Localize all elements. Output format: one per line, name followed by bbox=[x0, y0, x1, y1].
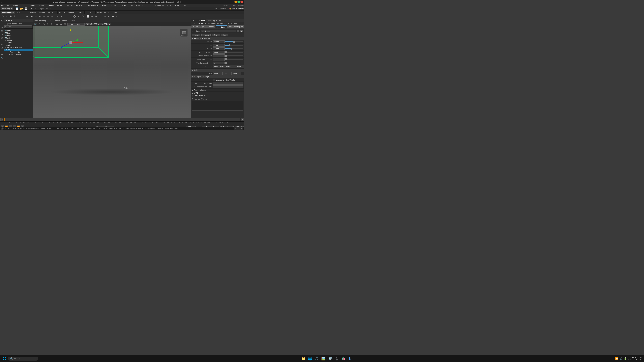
node-tab-pcube1[interactable]: pCube1 bbox=[191, 25, 200, 28]
create-uvs-dropdown[interactable]: Normalize Collectively and Preserve Aspe… bbox=[213, 65, 244, 68]
height-baseline-slider-thumb[interactable] bbox=[225, 51, 226, 53]
sculpt-icon[interactable]: ◐ bbox=[77, 14, 80, 18]
select-mode-icon[interactable]: ↖ bbox=[0, 19, 3, 22]
node-tab-pcubeshape1[interactable]: pCubeShape1 bbox=[201, 25, 215, 28]
undo-icon[interactable]: ↩ bbox=[30, 7, 34, 10]
axis-y-input[interactable] bbox=[222, 72, 232, 75]
menu-meshdisplay[interactable]: Mesh Display bbox=[88, 4, 100, 6]
tab-fx-caching[interactable]: FX Caching bbox=[63, 11, 75, 14]
viewport-gizmo[interactable]: persp bbox=[179, 28, 188, 37]
wedge-icon[interactable]: ◇ bbox=[115, 14, 119, 18]
move-icon[interactable]: ✛ bbox=[13, 14, 16, 18]
offset-icon[interactable]: ⊜ bbox=[103, 14, 107, 18]
vp-menu-shading[interactable]: Shading bbox=[39, 19, 46, 22]
vp-menu-lighting[interactable]: Lighting bbox=[47, 19, 54, 22]
viewport-canvas[interactable]: persp 7.508204 X Y bbox=[33, 26, 190, 125]
crease-icon[interactable]: ⊗ bbox=[107, 14, 111, 18]
extra-attrs-header[interactable]: ▶ Extra Attributes bbox=[192, 95, 243, 97]
width-slider-thumb[interactable] bbox=[234, 41, 235, 43]
menu-arnold[interactable]: Arnold bbox=[174, 4, 180, 6]
subdiv-height-slider[interactable] bbox=[225, 59, 243, 60]
split-icon[interactable]: ⊕ bbox=[46, 14, 50, 18]
soft-mod-icon[interactable]: ◌ bbox=[0, 50, 3, 53]
bevel-icon[interactable]: ◈ bbox=[38, 14, 42, 18]
tab-custom[interactable]: Custom bbox=[75, 11, 84, 14]
subdiv-width-slider[interactable] bbox=[225, 55, 243, 56]
attr-tab-attribute-editor[interactable]: Attribute Editor bbox=[191, 19, 206, 22]
attr-subtab-help[interactable]: Help bbox=[234, 22, 238, 24]
extrude-icon[interactable]: ▤ bbox=[34, 14, 38, 18]
outliner-item-pcube1[interactable]: ■ pCube1 bbox=[4, 49, 33, 51]
vp-color-mode[interactable]: ACES 1.0 SDR-video (sRGB) bbox=[85, 23, 111, 25]
smooth-icon[interactable]: ◯ bbox=[72, 14, 76, 18]
tab-xgen[interactable]: XGen bbox=[112, 11, 120, 14]
subdiv-height-slider-thumb[interactable] bbox=[226, 58, 227, 60]
outliner-item-defaultobjectset[interactable]: ● defaultObjectSet bbox=[4, 53, 33, 56]
menu-editmesh[interactable]: Edit Mesh bbox=[64, 4, 74, 6]
poly-cube-input[interactable] bbox=[201, 30, 236, 32]
connect-icon[interactable]: ⊗ bbox=[50, 14, 54, 18]
node-behavior-header[interactable]: ▶ Node Behavior bbox=[192, 89, 243, 91]
subdiv-depth-input[interactable] bbox=[213, 61, 224, 64]
transform-icon[interactable]: ⊞ bbox=[25, 14, 28, 18]
insert-loop-icon[interactable]: ⊟ bbox=[94, 14, 98, 18]
joint-icon[interactable]: ◎ bbox=[0, 36, 3, 39]
attr-subtab-list[interactable]: List bbox=[192, 22, 195, 24]
axis-z-input[interactable] bbox=[232, 72, 241, 75]
notes-textarea[interactable] bbox=[192, 100, 243, 111]
menu-meshtools[interactable]: Mesh Tools bbox=[76, 4, 86, 6]
outliner-menu-help[interactable]: Help bbox=[18, 23, 22, 25]
menu-curves[interactable]: Curves bbox=[102, 4, 109, 6]
subdiv-width-input[interactable] bbox=[213, 54, 224, 57]
depth-slider-thumb[interactable] bbox=[231, 48, 232, 50]
cluster-icon[interactable]: ◉ bbox=[0, 43, 3, 46]
mode-selector[interactable]: Modeling bbox=[1, 7, 13, 10]
poke-icon[interactable]: ◆ bbox=[111, 14, 115, 18]
component-tag-suffix-input[interactable] bbox=[213, 85, 243, 88]
menu-convert[interactable]: Convert bbox=[136, 4, 143, 6]
subdiv-width-slider-thumb[interactable] bbox=[226, 55, 227, 57]
menu-flowgraph[interactable]: Flow Graph bbox=[154, 4, 164, 6]
vp-toggle-2[interactable]: ⊚ bbox=[59, 22, 63, 26]
outliner-menu-display[interactable]: Display bbox=[5, 23, 11, 25]
vp-lights-icon[interactable]: ☀ bbox=[50, 22, 54, 26]
lasso-icon[interactable]: ⊙ bbox=[5, 14, 8, 18]
menu-surfaces[interactable]: Surfaces bbox=[111, 4, 119, 6]
vp-toggle-1[interactable]: ⊙ bbox=[55, 22, 59, 26]
maximize-button[interactable] bbox=[238, 1, 240, 3]
redo-icon[interactable]: ↪ bbox=[34, 7, 38, 10]
height-slider-thumb[interactable] bbox=[229, 44, 230, 46]
vp-wireframe-icon[interactable]: ⊟ bbox=[38, 22, 42, 26]
mirror-icon[interactable]: ⊣ bbox=[68, 14, 71, 18]
tab-motion-graphics[interactable]: Motion Graphics bbox=[96, 11, 112, 14]
remesh-icon[interactable]: ⬡ bbox=[81, 14, 84, 18]
menu-mesh[interactable]: Mesh bbox=[57, 4, 62, 6]
vp-menu-show[interactable]: Show bbox=[55, 19, 60, 22]
tab-rigging[interactable]: Rigging bbox=[37, 11, 46, 14]
menu-file[interactable]: File bbox=[1, 4, 5, 6]
tab-sculpting[interactable]: Sculpting bbox=[15, 11, 26, 14]
height-slider[interactable] bbox=[225, 45, 243, 45]
attr-subtab-attributes[interactable]: Attributes bbox=[211, 22, 219, 24]
attr-subtab-display[interactable]: Display bbox=[220, 22, 226, 24]
quad-draw-icon[interactable]: ⬜ bbox=[86, 14, 90, 18]
vp-grid-icon[interactable]: ⊞ bbox=[63, 22, 67, 26]
slide-icon[interactable]: ↕ bbox=[99, 14, 103, 18]
paint-select-icon[interactable]: ✦ bbox=[0, 23, 3, 26]
attr-subtab-selected[interactable]: Selected bbox=[196, 22, 204, 24]
outliner-search-input[interactable] bbox=[4, 25, 32, 28]
bridge-icon[interactable]: ⊟ bbox=[42, 14, 46, 18]
outliner-item-top[interactable]: 📷 top bbox=[4, 31, 33, 34]
outliner-menu-show[interactable]: Show bbox=[12, 23, 17, 25]
merge-icon[interactable]: ⊞ bbox=[55, 14, 59, 18]
width-input[interactable] bbox=[213, 40, 224, 43]
tl-end-btn[interactable]: ▷ bbox=[241, 118, 244, 121]
depth-slider[interactable] bbox=[225, 48, 243, 49]
window-controls[interactable] bbox=[234, 1, 243, 3]
depth-input[interactable] bbox=[213, 47, 224, 50]
menu-cache[interactable]: Cache bbox=[145, 4, 152, 6]
height-baseline-input[interactable] bbox=[213, 51, 224, 54]
lasso-mode-icon[interactable]: ⊙ bbox=[0, 26, 3, 29]
outliner-item-distancedimension2[interactable]: ↔ distanceDimension2 bbox=[4, 46, 33, 49]
show-btn[interactable]: Show bbox=[212, 33, 220, 36]
